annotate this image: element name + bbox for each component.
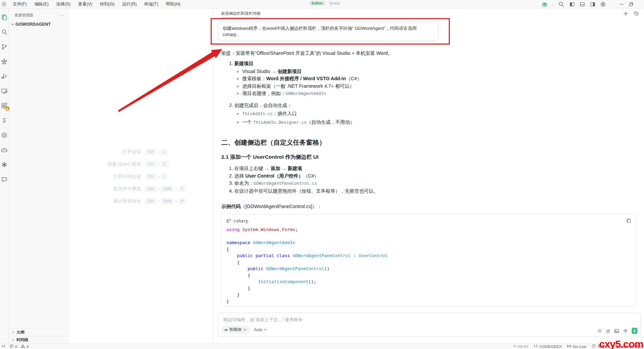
chat-tab-title[interactable]: 实现侧边栏和顶栏功能	[221, 11, 260, 18]
code-token: }	[226, 299, 229, 304]
status-item-next[interactable]: NEXT	[512, 344, 529, 349]
copy-code-icon[interactable]	[626, 218, 631, 225]
doc-list-1: 新建项目Visual Studio → 创建新项目搜索模板：Word 外接程序 …	[221, 60, 636, 127]
sidebar-section-0[interactable]: 大纲	[9, 328, 68, 336]
status-item-0[interactable]: 0	[9, 344, 17, 349]
model-select[interactable]: Auto	[254, 327, 267, 332]
broadcast-icon	[567, 344, 571, 349]
code-token: {	[226, 273, 250, 278]
shortcut-keys: Ctrl+E	[145, 161, 168, 167]
code-token: public	[248, 266, 266, 271]
sidebar-icon-codegeex[interactable]	[1, 117, 8, 124]
menu-item-2[interactable]: 选择(S)	[53, 0, 74, 8]
mode-tab-quest[interactable]: Quest	[327, 1, 342, 5]
search-icon[interactable]	[558, 1, 565, 8]
code-line: {	[226, 246, 631, 252]
status-label: 0	[26, 345, 28, 349]
sidebar-icon-search[interactable]	[1, 28, 8, 36]
code-token: GOWordAgentAddIn	[253, 240, 295, 245]
history-icon[interactable]	[633, 11, 639, 18]
notification-badge[interactable]: 1	[632, 328, 637, 334]
status-label: 0	[15, 345, 17, 349]
activity-bar	[0, 9, 9, 344]
doc-list-item: 命名为：GOWordAgentPaneControl.cs	[234, 180, 636, 188]
new-chat-icon[interactable]	[623, 11, 629, 18]
doc-sublist-item: 一个 ThisAddIn.Designer.cs（自动生成，不用动）	[242, 118, 636, 127]
sidebar-icon-chat[interactable]	[1, 176, 8, 183]
sidebar-icon-debug[interactable]	[1, 72, 8, 80]
image-icon[interactable]	[614, 329, 619, 333]
menu-item-3[interactable]: 查看(V)	[74, 0, 96, 8]
minimize-icon[interactable]	[619, 2, 624, 7]
status-item-remote[interactable]	[1, 344, 6, 349]
status-bar: 00 NEXTCODEGEEXGo Live用量Continue (NE)	[0, 344, 644, 349]
app-window: 文件(F)编辑(E)选择(S)查看(V)转到(G)运行(R)终端(T)帮助(H)…	[0, 0, 644, 349]
csharp-icon: C#	[226, 218, 231, 224]
plus-sign: +	[157, 174, 160, 179]
text-segment: 项目名随便，例如：	[242, 91, 285, 96]
status-label: Continue (NE)	[616, 345, 641, 349]
code-token: :	[351, 253, 359, 258]
layout-left-icon[interactable]	[569, 1, 575, 7]
code-token: }	[226, 286, 250, 291]
text-segment: 选择目标框架（一般 .NET Framework 4.7+ 都可以）	[242, 83, 354, 89]
status-item-continue-ne-[interactable]: Continue (NE)	[610, 344, 641, 349]
mode-tab-editor[interactable]: Editor	[309, 1, 325, 5]
text-segment: 示例代码	[221, 204, 241, 209]
menu-item-5[interactable]: 运行(R)	[119, 0, 140, 8]
error-icon	[9, 344, 14, 349]
plus-sign: +	[157, 150, 160, 154]
text-segment: 命名为：	[234, 180, 254, 186]
agent-mode-select[interactable]: ∞ 智能体	[222, 326, 249, 334]
doc-list-item: 在项目上右键 → 添加 → 新建项	[234, 165, 636, 172]
status-label: 用量	[597, 344, 605, 349]
restore-icon[interactable]	[629, 2, 634, 7]
code-token: using	[226, 227, 242, 232]
status-bar-left: 00	[0, 344, 29, 349]
sidebar-icon-explorer[interactable]	[1, 13, 8, 21]
chevron-down-icon	[243, 328, 246, 331]
menu-item-6[interactable]: 终端(T)	[141, 0, 162, 8]
sidebar-icon-remote-monitor[interactable]	[1, 87, 8, 95]
menu-item-0[interactable]: 文件(F)	[9, 0, 30, 8]
check-icon	[610, 344, 615, 349]
sidebar-icon-network[interactable]	[1, 58, 8, 65]
user-message-bubble: 创建windows程序，在word中插入侧边栏和顶栏，顶栏的名字叫做“ GOWo…	[218, 22, 438, 41]
chat-input[interactable]: 规划与编程，@ 添加上下文，/ 使用命令 ∞ 智能体 Auto @	[218, 313, 641, 337]
sidebar-section-1[interactable]: 时间线	[9, 336, 68, 344]
menu-item-1[interactable]: 编辑(E)	[31, 0, 52, 8]
root-folder-label: GOWORDAGENT	[15, 22, 51, 27]
sidebar-icon-hexagon[interactable]	[1, 131, 8, 139]
chat-panel: 实现侧边栏和顶栏功能 一、创建 Word VSTO 项目 前提：安装带有“Off…	[213, 9, 644, 344]
sidebar-icon-asterisk[interactable]	[1, 161, 8, 168]
sparkle-icon[interactable]	[623, 328, 628, 333]
code-block: C# csharp using System.Windows.Forms; na…	[221, 214, 636, 306]
status-item-go-live[interactable]: Go Live	[567, 344, 586, 349]
sidebar-icon-source-control[interactable]	[1, 43, 8, 50]
sidebar-icon-robot[interactable]	[1, 146, 8, 154]
shortcut-keys: Ctrl+L	[145, 149, 168, 155]
status-item-codegeex[interactable]: CODEGEEX	[534, 344, 562, 349]
warning-icon	[21, 344, 25, 349]
status-item-0[interactable]: 0	[21, 344, 28, 349]
doc-list-2: 在项目上右键 → 添加 → 新建项选择 User Control（用户控件）（C…	[221, 165, 636, 195]
sidebar-item-root-folder[interactable]: GOWORDAGENT	[9, 21, 68, 28]
mention-icon[interactable]: @	[606, 328, 610, 334]
gift-icon[interactable]	[542, 1, 548, 7]
more-actions-icon[interactable]: ···	[59, 14, 64, 16]
doc-heading-3: 2.1 添加一个 UserControl 作为侧边栏 UI	[221, 153, 636, 160]
status-item-用量[interactable]: 用量	[592, 344, 605, 349]
titlebar-separator: |	[552, 2, 553, 7]
list-icon[interactable]	[597, 329, 602, 333]
chat-input-controls-right: @ 1	[597, 328, 637, 334]
menu-item-7[interactable]: 帮助(H)	[162, 0, 184, 8]
account-icon[interactable]	[600, 1, 606, 7]
sidebar-icon-extensions[interactable]	[1, 102, 8, 109]
menu-item-4[interactable]: 转到(G)	[96, 0, 118, 8]
status-label: CODEGEEX	[539, 345, 562, 349]
layout-right-icon[interactable]	[590, 1, 596, 7]
doc-sublist-item: 选择目标框架（一般 .NET Framework 4.7+ 都可以）	[242, 83, 636, 90]
doc-sublist-item: Visual Studio → 创建新项目	[242, 68, 636, 75]
layout-bottom-icon[interactable]	[579, 1, 585, 7]
text-segment: Word 外接程序 / Word VSTO Add-in	[266, 76, 346, 81]
